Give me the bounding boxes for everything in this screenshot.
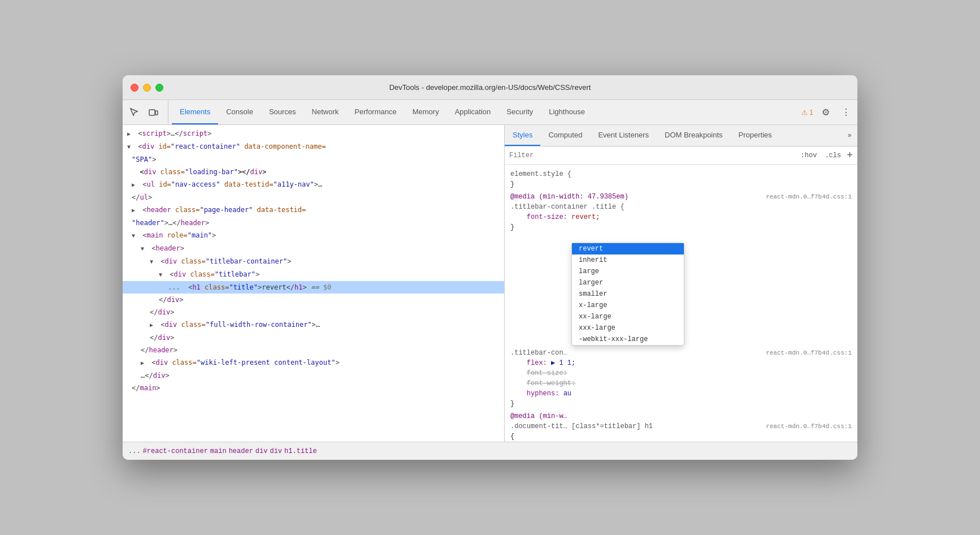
main-content: ▶ <script>…</script> ▼ <div id="react-co…	[123, 125, 857, 442]
window-title: DevTools - developer.mozilla.org/en-US/d…	[389, 83, 591, 92]
dom-line: </header>	[123, 344, 504, 356]
css-rule-media-1: @media (min-width: 47.9385em) react-mdn.…	[505, 191, 857, 234]
dom-line: </div>	[123, 294, 504, 306]
breadcrumb-div-2[interactable]: div	[270, 447, 282, 455]
dom-line: ▶ <header class="page-header" data-testi…	[123, 204, 504, 217]
breadcrumb-h1-title[interactable]: h1.title	[284, 447, 317, 455]
dom-tree[interactable]: ▶ <script>…</script> ▼ <div id="react-co…	[123, 125, 504, 442]
breadcrumb-div-1[interactable]: div	[255, 447, 268, 455]
tab-event-listeners[interactable]: Event Listeners	[590, 125, 657, 146]
title-bar: DevTools - developer.mozilla.org/en-US/d…	[123, 75, 857, 100]
dom-line: </main>	[123, 382, 504, 394]
warning-icon: ⚠	[801, 109, 808, 117]
autocomplete-item-large[interactable]: large	[572, 266, 684, 277]
tab-application[interactable]: Application	[447, 100, 499, 124]
breadcrumb-main[interactable]: main	[210, 447, 227, 455]
styles-tabs: Styles Computed Event Listeners DOM Brea…	[505, 125, 857, 146]
css-rule-titlebar-container: .titlebar-con… react-mdn.0…f7b4d.css:1 f…	[505, 347, 857, 410]
dom-line: </ul>	[123, 191, 504, 204]
tab-performance[interactable]: Performance	[346, 100, 404, 124]
dom-line: ▼ <header>	[123, 242, 504, 255]
dom-line: ▼ <div class="titlebar-container">	[123, 255, 504, 268]
dom-line: …</div>	[123, 369, 504, 382]
minimize-button[interactable]	[143, 84, 151, 92]
toolbar-icons	[126, 100, 168, 124]
more-button[interactable]: ⋮	[838, 105, 854, 120]
dom-line: ▶ <script>…</script>	[123, 127, 504, 140]
tab-network[interactable]: Network	[304, 100, 347, 124]
tab-properties[interactable]: Properties	[731, 125, 780, 146]
tab-dom-breakpoints[interactable]: DOM Breakpoints	[657, 125, 731, 146]
dom-line: </div>	[123, 331, 504, 344]
dom-line: ▶ <div class="wiki-left-present content-…	[123, 356, 504, 369]
tab-elements[interactable]: Elements	[172, 100, 218, 124]
styles-filter-bar: :hov .cls +	[505, 146, 857, 165]
devtools-toolbar: Elements Console Sources Network Perform…	[123, 100, 857, 125]
devtools-window: DevTools - developer.mozilla.org/en-US/d…	[123, 75, 857, 460]
autocomplete-item-xx-large[interactable]: xx-large	[572, 311, 684, 322]
dom-line: <div class="loading-bar"></div>	[123, 166, 504, 178]
warning-badge: ⚠ 1	[801, 109, 813, 117]
dom-line-selected[interactable]: ... <h1 class="title">revert</h1> == $0	[123, 281, 504, 294]
breadcrumb-react-container[interactable]: #react-container	[143, 447, 208, 455]
autocomplete-item-webkit-xxx-large[interactable]: -webkit-xxx-large	[572, 334, 684, 345]
autocomplete-item-revert[interactable]: revert	[572, 243, 684, 254]
css-rule-media-2: @media (min-w… .document-tit… [class*=ti…	[505, 410, 857, 442]
filter-actions: :hov .cls +	[799, 150, 853, 161]
dom-line: </div>	[123, 306, 504, 318]
svg-rect-1	[155, 111, 158, 115]
dom-line: ▶ <div class="full-width-row-container">…	[123, 318, 504, 331]
autocomplete-item-x-large[interactable]: x-large	[572, 300, 684, 311]
settings-button[interactable]: ⚙	[818, 105, 834, 120]
tab-sources[interactable]: Sources	[261, 100, 304, 124]
tab-lighthouse[interactable]: Lighthouse	[541, 100, 593, 124]
hov-button[interactable]: :hov	[799, 150, 819, 161]
device-toggle-icon[interactable]	[145, 105, 161, 120]
close-button[interactable]	[131, 84, 138, 92]
autocomplete-dropdown: revert inherit large larger smaller x-la…	[571, 243, 684, 346]
tab-computed[interactable]: Computed	[540, 125, 590, 146]
breadcrumb-header[interactable]: header	[229, 447, 253, 455]
styles-panel: Styles Computed Event Listeners DOM Brea…	[505, 125, 857, 442]
dom-line: ▶ <ul id="nav-access" data-testid="a11y-…	[123, 178, 504, 191]
tab-security[interactable]: Security	[498, 100, 541, 124]
dom-line: "header">…</header>	[123, 217, 504, 229]
dom-line: ▼ <div class="titlebar">	[123, 268, 504, 281]
autocomplete-item-smaller[interactable]: smaller	[572, 288, 684, 300]
main-tabs: Elements Console Sources Network Perform…	[172, 100, 797, 124]
styles-tab-more[interactable]: »	[842, 125, 857, 146]
autocomplete-item-inherit[interactable]: inherit	[572, 254, 684, 266]
dom-panel: ▶ <script>…</script> ▼ <div id="react-co…	[123, 125, 505, 442]
breadcrumb-ellipsis: ...	[128, 447, 141, 455]
tab-memory[interactable]: Memory	[405, 100, 447, 124]
warning-count: 1	[809, 109, 813, 117]
styles-content: element.style { } @media (min-width: 47.…	[505, 165, 857, 442]
autocomplete-item-larger[interactable]: larger	[572, 277, 684, 288]
svg-rect-0	[149, 110, 155, 115]
breadcrumb-bar: ... #react-container main header div div…	[123, 442, 857, 460]
maximize-button[interactable]	[155, 84, 163, 92]
inspect-icon[interactable]	[126, 105, 142, 120]
css-rule-element-style: element.style { }	[505, 168, 857, 191]
cls-button[interactable]: .cls	[822, 150, 843, 161]
traffic-lights	[131, 84, 163, 92]
filter-input[interactable]	[509, 152, 799, 159]
dom-line: "SPA">	[123, 153, 504, 166]
autocomplete-item-xxx-large[interactable]: xxx-large	[572, 322, 684, 334]
tab-console[interactable]: Console	[218, 100, 261, 124]
tab-styles[interactable]: Styles	[505, 125, 540, 146]
dom-line: ▼ <div id="react-container" data-compone…	[123, 140, 504, 153]
toolbar-right: ⚠ 1 ⚙ ⋮	[797, 100, 854, 124]
dom-line: ▼ <main role="main">	[123, 229, 504, 242]
add-rule-button[interactable]: +	[847, 150, 853, 161]
